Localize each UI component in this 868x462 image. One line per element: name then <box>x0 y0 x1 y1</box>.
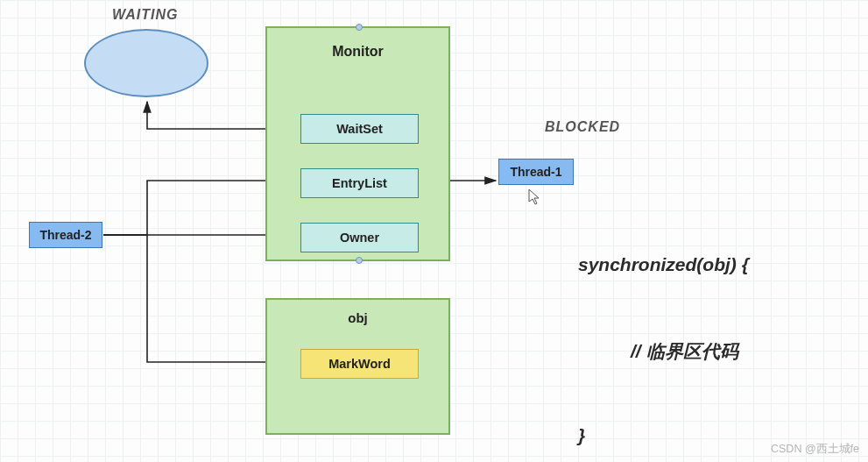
entrylist-box: EntryList <box>300 168 419 198</box>
resize-dot <box>356 257 363 264</box>
obj-title: obj <box>267 310 448 325</box>
code-synchronized: synchronized(obj) { <box>578 254 749 275</box>
watermark: CSDN @西土城fe <box>771 442 859 457</box>
resize-dot <box>356 24 363 31</box>
blocked-label: BLOCKED <box>545 119 620 135</box>
waitset-box: WaitSet <box>300 114 419 144</box>
code-close-brace: } <box>578 425 585 446</box>
waiting-label: WAITING <box>112 7 178 23</box>
monitor-title: Monitor <box>267 44 448 60</box>
owner-box: Owner <box>300 223 419 252</box>
thread-2-box: Thread-2 <box>29 222 102 248</box>
obj-container: obj MarkWord <box>265 298 450 435</box>
thread-1-box: Thread-1 <box>498 159 574 185</box>
cursor-icon <box>527 188 541 206</box>
monitor-container: Monitor WaitSet EntryList Owner <box>265 26 450 261</box>
code-critical-section: // 临界区代码 <box>631 339 738 364</box>
markword-box: MarkWord <box>300 349 419 379</box>
waiting-ellipse <box>84 29 208 97</box>
